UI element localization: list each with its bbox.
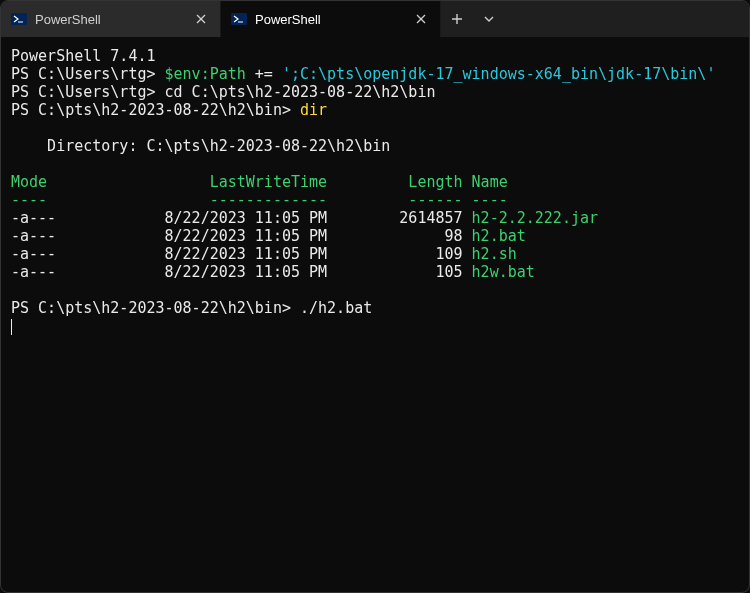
col-mode: ---- [11, 191, 128, 209]
table-row: -a--- 8/22/2023 11:05 PM 98 [11, 227, 472, 245]
cursor [11, 319, 12, 335]
cmd: dir [300, 101, 327, 119]
dir-header-row: Mode LastWriteTime Length Name [11, 173, 508, 191]
powershell-icon [231, 11, 247, 27]
tab-powershell-2[interactable]: PowerShell [221, 1, 441, 37]
table-row: -a--- 8/22/2023 11:05 PM 105 [11, 263, 472, 281]
cmd-op: += [246, 65, 282, 83]
prompt: PS C:\pts\h2-2023-08-22\h2\bin> [11, 101, 300, 119]
prompt: PS C:\pts\h2-2023-08-22\h2\bin> [11, 299, 300, 317]
col-lastwrite: LastWriteTime [128, 173, 327, 191]
powershell-icon [11, 11, 27, 27]
tab-title: PowerShell [255, 12, 404, 27]
cmd-var: $env:Path [165, 65, 246, 83]
prompt: PS C:\Users\rtg> [11, 65, 165, 83]
cmd: ./h2.bat [300, 299, 372, 317]
dir-rows: -a--- 8/22/2023 11:05 PM 2614857 h2-2.2.… [11, 209, 598, 281]
file-name: h2-2.2.222.jar [472, 209, 598, 227]
title-bar: PowerShell PowerShell [1, 1, 749, 37]
tab-title: PowerShell [35, 12, 184, 27]
cmd-string: ';C:\pts\openjdk-17_windows-x64_bin\jdk-… [282, 65, 715, 83]
col-mode: Mode [11, 173, 128, 191]
table-row: -a--- 8/22/2023 11:05 PM 109 [11, 245, 472, 263]
table-row: -a--- 8/22/2023 11:05 PM 2614857 [11, 209, 472, 227]
dir-underline-row: ---- ------------- ------ ---- [11, 191, 508, 209]
cmd: cd C:\pts\h2-2023-08-22\h2\bin [165, 83, 436, 101]
close-icon[interactable] [412, 10, 430, 28]
tab-powershell-1[interactable]: PowerShell [1, 1, 221, 37]
directory-line: Directory: C:\pts\h2-2023-08-22\h2\bin [11, 137, 390, 155]
close-icon[interactable] [192, 10, 210, 28]
new-tab-button[interactable] [441, 1, 473, 37]
col-name: ---- [472, 191, 508, 209]
file-name: h2.sh [472, 245, 517, 263]
col-length: Length [327, 173, 462, 191]
col-name: Name [472, 173, 508, 191]
tab-dropdown-button[interactable] [473, 1, 505, 37]
col-lastwrite: ------------- [128, 191, 327, 209]
file-name: h2w.bat [472, 263, 535, 281]
col-length: ------ [327, 191, 462, 209]
prompt: PS C:\Users\rtg> [11, 83, 165, 101]
terminal-output[interactable]: PowerShell 7.4.1 PS C:\Users\rtg> $env:P… [1, 37, 749, 345]
file-name: h2.bat [472, 227, 526, 245]
version-line: PowerShell 7.4.1 [11, 47, 156, 65]
